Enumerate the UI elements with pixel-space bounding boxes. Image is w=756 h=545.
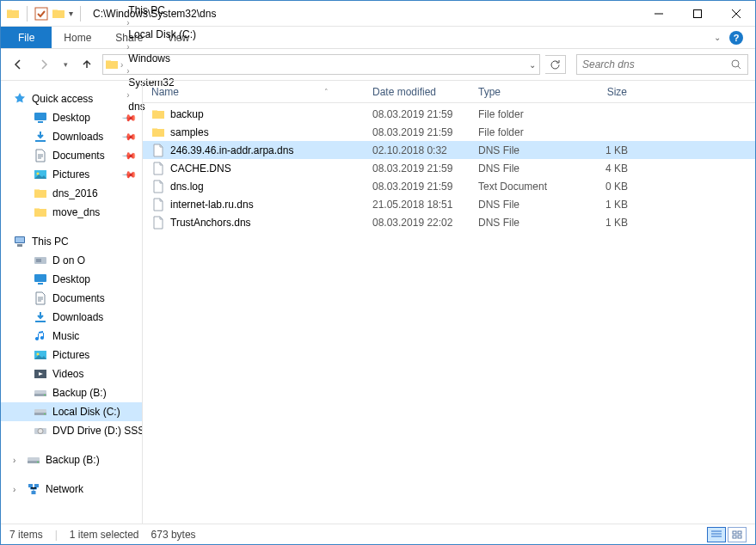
sidebar-this-pc[interactable]: This PC	[1, 232, 142, 251]
sidebar-item[interactable]: Pictures📌	[1, 165, 142, 184]
breadcrumb-segment[interactable]: Windows	[125, 52, 200, 64]
close-button[interactable]	[716, 1, 755, 26]
svg-rect-12	[36, 259, 41, 262]
sidebar-item[interactable]: Backup (B:)	[1, 383, 142, 402]
file-row[interactable]: CACHE.DNS08.03.2019 21:59DNS File4 KB	[143, 159, 755, 177]
explorer-window: ▾ C:\Windows\System32\dns File Home Shar…	[0, 0, 756, 545]
file-row[interactable]: internet-lab.ru.dns21.05.2018 18:51DNS F…	[143, 195, 755, 213]
file-date: 08.03.2019 22:02	[364, 217, 470, 229]
downloads-icon	[34, 130, 47, 144]
chevron-right-icon[interactable]: ›	[125, 42, 131, 52]
desktop-icon	[34, 111, 47, 125]
file-list[interactable]: backup08.03.2019 21:59File foldersamples…	[143, 103, 755, 524]
sidebar-item[interactable]: Desktop📌	[1, 108, 142, 127]
titlebar[interactable]: ▾ C:\Windows\System32\dns	[1, 1, 755, 27]
sidebar-item[interactable]: Documents	[1, 289, 142, 308]
chevron-right-icon[interactable]: ›	[119, 60, 125, 70]
sidebar-item[interactable]: move_dns	[1, 203, 142, 222]
view-details-button[interactable]	[707, 527, 726, 542]
sidebar-item[interactable]: Documents📌	[1, 146, 142, 165]
file-name: samples	[170, 126, 209, 138]
downloads-icon	[34, 310, 47, 324]
folder-icon	[34, 187, 47, 200]
back-button[interactable]	[8, 54, 28, 75]
file-row[interactable]: TrustAnchors.dns08.03.2019 22:02DNS File…	[143, 213, 755, 231]
search-box[interactable]	[576, 54, 748, 75]
expander-icon[interactable]: ›	[13, 456, 22, 465]
recent-button[interactable]: ▾	[59, 54, 71, 75]
svg-rect-30	[28, 484, 33, 487]
file-date: 08.03.2019 21:59	[364, 126, 470, 138]
search-icon[interactable]	[730, 58, 742, 70]
tab-file[interactable]: File	[1, 27, 52, 48]
file-date: 08.03.2019 21:59	[364, 162, 470, 175]
file-size: 1 KB	[573, 217, 642, 229]
file-type: DNS File	[470, 199, 573, 211]
help-icon[interactable]: ?	[729, 31, 743, 45]
sort-arrow-icon: ˄	[324, 88, 329, 96]
file-date: 02.10.2018 0:32	[364, 144, 470, 156]
sidebar-item[interactable]: Desktop	[1, 270, 142, 289]
location-folder-icon	[105, 58, 119, 71]
sidebar-quick-access[interactable]: Quick access	[1, 89, 142, 108]
column-name[interactable]: Name˄	[143, 86, 364, 98]
svg-rect-13	[34, 274, 46, 282]
sidebar-label: Backup (B:)	[46, 454, 100, 466]
address-bar[interactable]: › This PC›Local Disk (C:)›Windows›System…	[102, 54, 540, 75]
column-date[interactable]: Date modified	[364, 86, 470, 98]
minimize-button[interactable]	[639, 1, 678, 26]
sidebar-item-label: Videos	[52, 368, 83, 380]
up-button[interactable]	[77, 54, 97, 75]
svg-point-26	[38, 429, 43, 434]
sidebar-item-label: dns_2016	[52, 187, 98, 199]
chevron-right-icon[interactable]: ›	[125, 18, 131, 28]
column-size[interactable]: Size	[573, 86, 642, 98]
file-size: 1 KB	[573, 144, 642, 156]
svg-rect-14	[38, 283, 43, 285]
folder-qat-icon[interactable]	[52, 7, 65, 21]
sidebar-item-label: Pictures	[52, 349, 89, 361]
folder-icon	[151, 107, 165, 121]
expander-icon[interactable]: ›	[13, 485, 22, 494]
file-row[interactable]: backup08.03.2019 21:59File folder	[143, 105, 755, 123]
maximize-button[interactable]	[678, 1, 716, 26]
properties-icon[interactable]	[34, 7, 48, 21]
file-row[interactable]: dns.log08.03.2019 21:59Text Document0 KB	[143, 177, 755, 195]
folder-icon	[6, 7, 20, 21]
file-row[interactable]: samples08.03.2019 21:59File folder	[143, 123, 755, 141]
sidebar-item[interactable]: D on O	[1, 251, 142, 270]
sidebar-item[interactable]: Downloads	[1, 308, 142, 327]
file-row[interactable]: 246.39.46.in-addr.arpa.dns02.10.2018 0:3…	[143, 141, 755, 159]
file-name: TrustAnchors.dns	[170, 217, 251, 229]
sidebar-item[interactable]: dns_2016	[1, 184, 142, 203]
file-size: 1 KB	[573, 199, 642, 211]
refresh-button[interactable]	[545, 55, 566, 74]
folder-icon	[151, 126, 165, 139]
breadcrumb-segment[interactable]: This PC	[125, 4, 200, 16]
sidebar-item[interactable]: Music	[1, 327, 142, 346]
svg-rect-5	[35, 140, 46, 142]
sidebar-backup-drive[interactable]: › Backup (B:)	[1, 450, 142, 469]
sidebar-item[interactable]: Local Disk (C:)	[1, 402, 142, 421]
breadcrumb-segment[interactable]: Local Disk (C:)	[125, 28, 200, 40]
sidebar-item[interactable]: Pictures	[1, 346, 142, 364]
sidebar-item[interactable]: Videos	[1, 364, 142, 383]
pin-icon: 📌	[120, 109, 137, 126]
file-icon	[151, 162, 165, 175]
file-icon	[151, 198, 165, 211]
file-icon	[151, 180, 165, 193]
tab-home[interactable]: Home	[52, 27, 103, 48]
forward-button[interactable]	[34, 54, 54, 75]
sidebar-item-label: Downloads	[52, 131, 103, 143]
ribbon-expand-icon[interactable]: ⌄	[714, 33, 721, 42]
search-input[interactable]	[582, 58, 730, 70]
svg-rect-33	[733, 531, 736, 534]
view-large-button[interactable]	[728, 527, 747, 542]
column-label: Name	[151, 86, 179, 98]
sidebar-item[interactable]: Downloads📌	[1, 127, 142, 146]
address-dropdown-icon[interactable]: ⌄	[524, 55, 539, 74]
chevron-right-icon[interactable]: ›	[125, 66, 131, 76]
sidebar-network[interactable]: › Network	[1, 480, 142, 499]
sidebar-item[interactable]: DVD Drive (D:) SSS_X	[1, 421, 142, 440]
column-type[interactable]: Type	[470, 86, 573, 98]
